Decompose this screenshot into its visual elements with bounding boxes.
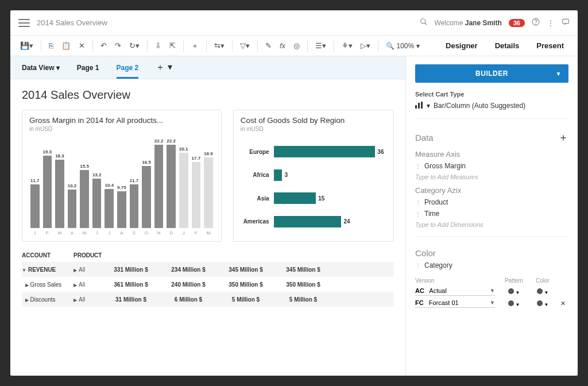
svg-rect-6 [418,103,420,109]
bar-column: 18.3M [55,153,64,236]
color-picker[interactable]: ▼ [528,300,557,307]
table-row[interactable]: ▼REVENUE▶All331 Million $234 Million $34… [22,262,394,277]
page-title: 2014 Sales Overview [22,88,394,102]
align-icon[interactable]: ☰▾ [314,41,328,50]
bar-column: 17.7F [192,156,201,236]
svg-rect-7 [421,102,423,109]
chart-type-value: Bar/Column (Auto Suggested) [434,102,525,110]
bar-column: 20.1J [179,146,188,236]
category-axis-label: Category Azix [415,186,568,195]
grip-icon: ⋮ [415,263,421,269]
fx-icon[interactable]: fx [278,41,287,50]
color-item[interactable]: ⋮Category [415,261,568,269]
svg-line-1 [424,23,427,25]
select-chart-type-label: Select Cart Type [415,91,568,98]
table-row[interactable]: ▶Gross Sales▶All361 Million $240 Million… [22,277,394,292]
tab-designer[interactable]: Designer [446,41,478,50]
col-account: ACCOUNT [22,252,74,258]
export-icon[interactable]: ⇱ [168,41,177,50]
data-table: ACCOUNT PRODUCT ▼REVENUE▶All331 Million … [22,252,394,307]
bar-column: 22.2D [167,138,176,236]
chart2-subtitle: in mUSD [241,126,386,132]
chart2-title: Cost of Goods Sold by Region [241,116,386,125]
pattern-picker[interactable]: ▼ [500,300,528,307]
chart1-title: Gross Margin in 2014 for All products... [29,116,214,125]
svg-rect-5 [415,105,417,109]
chat-icon[interactable] [562,18,570,28]
redo-icon[interactable]: ↷ [113,41,123,50]
tab-present[interactable]: Present [536,41,564,50]
menu-icon[interactable] [18,19,30,27]
svg-point-0 [420,19,425,24]
share-icon[interactable]: ⚘▾ [340,41,354,50]
category-item-time[interactable]: ⋮Time [415,210,568,218]
table-row[interactable]: ▶Discounts▶All31 Million $6 Million $5 M… [22,292,394,307]
grip-icon: ⋮ [415,211,421,217]
add-data-icon[interactable]: ＋ [558,130,568,144]
help-icon[interactable] [532,18,540,28]
version-select[interactable]: FC Forcast 01▼ [415,299,495,308]
svg-rect-4 [563,19,569,24]
hbar-row: Asia15 [241,192,386,204]
more-icon[interactable]: ⋮ [547,18,555,28]
color-header: Color [528,277,557,284]
bar-column: 9.75A [117,185,126,236]
bar-column: 11.7J [30,178,40,236]
measure-placeholder[interactable]: Type to Add Measures [415,173,568,180]
subtab-page2[interactable]: Page 2 [117,56,139,79]
hbar-row: Americas24 [241,216,386,227]
zoom-dropdown[interactable]: 🔍 100% ▾ [384,42,421,50]
measure-axis-label: Measure Axis [415,150,568,159]
highlight-icon[interactable]: ✎ [264,41,273,50]
add-icon[interactable]: ＋ [189,41,200,51]
version-header: Version [415,277,500,284]
app-title: 2014 Sales Overview [37,18,107,27]
refresh-icon[interactable]: ↻▾ [127,41,141,50]
save-icon[interactable]: 💾▾ [18,41,35,50]
welcome-text: Welcome Jane Smith [435,19,502,27]
undo-icon[interactable]: ↶ [99,41,109,50]
version-select[interactable]: AC Actual▼ [415,287,495,296]
measure-item[interactable]: ⋮Gross Margin [415,162,568,170]
pattern-picker[interactable]: ▼ [500,288,528,295]
bar-column: 11.7S [130,178,139,236]
grip-icon: ⋮ [415,199,421,206]
subtab-data-view[interactable]: Data View ▾ [22,56,60,79]
bar-column: 19.3F [43,149,52,236]
bar-column: 22.2N [154,138,164,236]
paste-icon[interactable]: 📋 [60,41,72,50]
hbar-row: Africa3 [241,169,386,181]
notification-badge[interactable]: 36 [509,19,525,27]
remove-version-icon[interactable]: ✕ [557,300,568,307]
data-section-label: Data [415,133,558,142]
bar-column: 13.2J [92,172,102,236]
tab-details[interactable]: Details [495,41,520,50]
add-page-icon[interactable]: ＋ ▾ [156,61,172,74]
chart-gross-margin[interactable]: Gross Margin in 2014 for All products...… [22,110,222,242]
chart-type-dropdown[interactable]: ▾ Bar/Column (Auto Suggested) [415,101,568,110]
category-placeholder[interactable]: Type to Add Dimensions [415,221,568,228]
chart-cogs-region[interactable]: Cost of Goods Sold by Region in mUSD Eur… [233,110,394,242]
color-picker[interactable]: ▼ [528,288,557,295]
chart1-subtitle: in mUSD [29,126,214,132]
category-item-product[interactable]: ⋮Product [415,198,568,206]
svg-point-3 [536,24,536,24]
builder-button[interactable]: BUILDER▼ [415,64,568,83]
copy-icon[interactable]: ⎘ [47,41,55,50]
hbar-row: Europe36 [241,146,386,157]
target-icon[interactable]: ◎ [292,41,301,50]
user-name: Jane Smith [465,19,502,27]
version-row: AC Actual▼ ▼ ▼ [415,287,568,296]
pattern-header: Pattern [500,277,528,284]
import-icon[interactable]: ⇩ [153,41,163,50]
search-icon[interactable] [420,18,428,28]
color-section-label: Color [415,248,568,258]
bar-column: 15.5M [80,164,89,236]
subtab-page1[interactable]: Page 1 [77,56,99,79]
bar-column: 18.9M [204,151,213,236]
link-icon[interactable]: ⇆▾ [212,41,226,50]
bookmark-icon[interactable]: ▷▾ [359,41,372,50]
grip-icon: ⋮ [415,163,421,169]
filter-icon[interactable]: ▽▾ [238,41,252,50]
delete-icon[interactable]: ✕ [77,41,87,50]
